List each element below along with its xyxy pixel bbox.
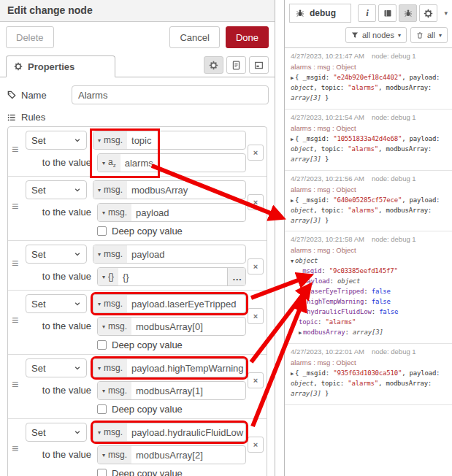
property-type-chip[interactable]: ▾msg.: [93, 359, 127, 377]
delete-button[interactable]: Delete: [6, 26, 54, 48]
deep-copy-checkbox[interactable]: [97, 340, 107, 350]
rule-property-input[interactable]: ▾msg. payload.highTempWarning: [93, 358, 246, 377]
rule-value-input[interactable]: ▾msg. modbusArray[0]: [97, 317, 246, 336]
rule-value-input[interactable]: ▾{} {} …: [97, 267, 246, 286]
property-type-chip[interactable]: ▾msg.: [93, 423, 127, 441]
help-tab-button[interactable]: [378, 4, 397, 22]
rule-property-value: payload: [127, 245, 169, 263]
appearance-button[interactable]: [249, 56, 269, 74]
list-icon: [7, 113, 16, 122]
rule-value-value: {}: [118, 268, 134, 285]
toggle-closed-icon[interactable]: ▶: [291, 137, 294, 142]
rule-operation-select[interactable]: Set: [26, 358, 87, 377]
drag-handle-icon[interactable]: ≡: [12, 443, 18, 455]
drag-handle-icon[interactable]: ≡: [12, 144, 18, 156]
cancel-button[interactable]: Cancel: [169, 26, 219, 48]
tab-debug[interactable]: debug: [289, 4, 351, 23]
tab-properties-label: Properties: [28, 61, 74, 72]
property-type-chip[interactable]: ▾msg.: [93, 181, 127, 199]
rule-operation-select[interactable]: Set: [26, 294, 87, 313]
node-settings-button[interactable]: [204, 56, 223, 74]
drag-handle-icon[interactable]: ≡: [12, 258, 18, 269]
toggle-closed-icon[interactable]: ▶: [291, 198, 294, 204]
debug-clear-label: all: [427, 31, 435, 39]
rule-value-input[interactable]: ▾msg. modbusArray[2]: [97, 445, 246, 464]
rule-property-value: payload.hydraulicFluidLow: [127, 423, 245, 441]
rule-row: ≡ Set ▾msg. payload.laserEyeTripped to t…: [8, 291, 267, 355]
appearance-icon: [254, 61, 264, 70]
message-body: ▼object_msgid: "9c03385eefd145f7"▼payloa…: [291, 256, 448, 338]
property-type-chip[interactable]: ▾msg.: [93, 245, 127, 263]
done-button[interactable]: Done: [226, 26, 269, 48]
rule-value-value: alarms: [120, 154, 158, 172]
rule-property-input[interactable]: ▾msg. topic: [93, 131, 246, 150]
description-button[interactable]: [226, 56, 246, 74]
delete-rule-button[interactable]: ×: [248, 372, 264, 388]
info-tab-button[interactable]: i: [358, 4, 376, 22]
rule-value-value: modbusArray[2]: [131, 446, 207, 464]
value-type-chip[interactable]: ▾msg.: [98, 318, 131, 335]
debug-message: 4/27/2023, 10:22:01 AM node: debug 1 ala…: [285, 344, 452, 405]
rule-operation-select[interactable]: Set: [26, 180, 87, 199]
toggle-open-icon[interactable]: ▼: [291, 258, 294, 264]
name-input[interactable]: [72, 85, 269, 104]
rule-property-input[interactable]: ▾msg. payload.laserEyeTripped: [93, 294, 246, 313]
tab-properties[interactable]: Properties: [6, 55, 115, 77]
chevron-down-icon: [74, 137, 81, 144]
delete-rule-button[interactable]: ×: [248, 194, 264, 210]
rule-operation-select[interactable]: Set: [26, 131, 87, 150]
deep-copy-checkbox[interactable]: [97, 469, 107, 476]
debug-clear-button[interactable]: all ▾: [410, 27, 448, 43]
message-node: node: debug 1: [372, 52, 416, 60]
message-timestamp: 4/27/2023, 10:21:56 AM: [291, 174, 364, 183]
toggle-closed-icon[interactable]: ▶: [291, 371, 294, 377]
chevron-down-icon: [74, 364, 81, 372]
value-type-chip[interactable]: ▾{}: [98, 268, 118, 285]
rules-list: ≡ Set ▾msg. topic to the value ▾az alarm…: [7, 126, 267, 476]
dialog-form: Name Rules ≡ Set ▾msg. topic to the valu…: [0, 77, 275, 476]
rule-property-input[interactable]: ▾msg. modbusArray: [93, 180, 246, 199]
value-type-chip[interactable]: ▾msg.: [98, 382, 131, 399]
expand-editor-button[interactable]: …: [227, 268, 245, 285]
deep-copy-label: Deep copy value: [112, 339, 183, 350]
rule-operation-label: Set: [31, 299, 46, 310]
sidebar-menu-button[interactable]: ▾: [443, 8, 449, 18]
gear-icon: [424, 9, 433, 18]
rule-operation-label: Set: [31, 135, 46, 146]
value-type-chip[interactable]: ▾az: [98, 154, 120, 172]
toggle-closed-icon[interactable]: ▶: [291, 75, 294, 81]
delete-rule-button[interactable]: ×: [248, 308, 264, 324]
rule-operation-select[interactable]: Set: [26, 423, 87, 442]
deep-copy-label: Deep copy value: [112, 226, 183, 237]
rule-value-input[interactable]: ▾msg. modbusArray[1]: [97, 381, 246, 400]
deep-copy-checkbox[interactable]: [97, 226, 107, 236]
rule-property-input[interactable]: ▾msg. payload: [93, 245, 246, 264]
delete-rule-button[interactable]: ×: [248, 437, 264, 453]
rule-value-value: modbusArray[1]: [131, 382, 207, 399]
delete-rule-button[interactable]: ×: [248, 145, 264, 161]
rule-property-input[interactable]: ▾msg. payload.hydraulicFluidLow: [93, 423, 246, 442]
deep-copy-checkbox[interactable]: [97, 404, 107, 414]
rule-row: ≡ Set ▾msg. topic to the value ▾az alarm…: [8, 127, 267, 177]
config-tab-button[interactable]: [419, 4, 437, 22]
rule-value-input[interactable]: ▾msg. payload: [97, 203, 246, 222]
debug-filter-button[interactable]: all nodes ▾: [345, 27, 407, 43]
value-type-chip[interactable]: ▾msg.: [98, 446, 131, 464]
drag-handle-icon[interactable]: ≡: [12, 379, 18, 391]
chevron-down-icon: [74, 250, 81, 258]
rule-property-value: payload.laserEyeTripped: [127, 295, 240, 312]
property-type-chip[interactable]: ▾msg.: [93, 295, 127, 312]
value-type-chip[interactable]: ▾msg.: [98, 204, 131, 221]
drag-handle-icon[interactable]: ≡: [12, 315, 18, 326]
drag-handle-icon[interactable]: ≡: [12, 201, 18, 212]
gear-icon: [14, 62, 23, 71]
message-body: ▶{ _msgid: "935f63d1030ca510", payload: …: [291, 369, 448, 399]
delete-rule-button[interactable]: ×: [248, 258, 264, 275]
toggle-open-icon[interactable]: ▼: [299, 279, 302, 285]
property-type-chip[interactable]: ▾msg.: [93, 131, 127, 149]
rule-operation-select[interactable]: Set: [26, 245, 87, 264]
name-label: Name: [7, 90, 64, 101]
toggle-closed-icon[interactable]: ▶: [299, 330, 302, 336]
debug-tab-button[interactable]: [399, 4, 417, 22]
rule-value-input[interactable]: ▾az alarms: [97, 153, 246, 172]
